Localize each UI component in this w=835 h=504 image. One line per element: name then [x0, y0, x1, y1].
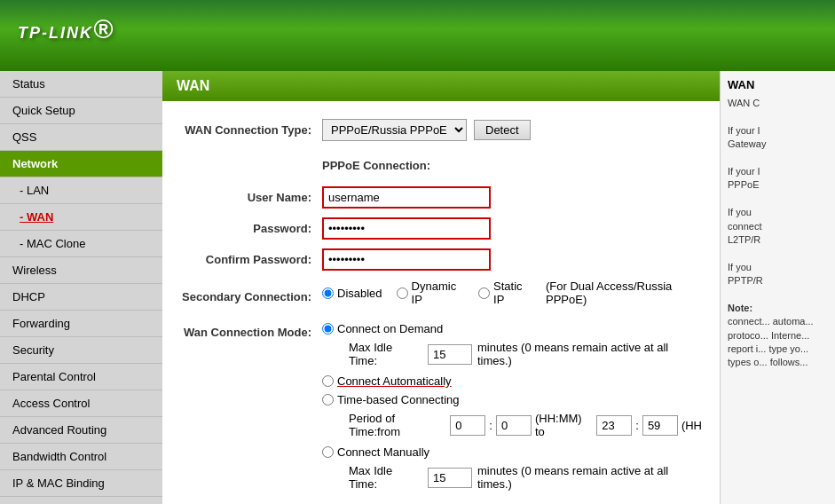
- confirm-password-input[interactable]: [322, 248, 491, 271]
- secondary-dynamic-ip-label: Dynamic IP: [412, 280, 464, 306]
- username-input[interactable]: [322, 186, 491, 209]
- secondary-dynamic-ip-option: Dynamic IP: [397, 280, 464, 306]
- sidebar-item-status[interactable]: Status: [0, 71, 162, 98]
- main-content: WAN WAN Connection Type: PPPoE/Russia PP…: [162, 71, 720, 504]
- secondary-disabled-radio[interactable]: [322, 287, 334, 299]
- sidebar-item-access-control[interactable]: Access Control: [0, 390, 162, 417]
- sidebar-item-wireless[interactable]: Wireless: [0, 257, 162, 284]
- period-from-m-input[interactable]: [496, 415, 532, 436]
- sidebar-item-network[interactable]: Network: [0, 151, 162, 177]
- confirm-password-row: Confirm Password:: [180, 248, 702, 271]
- time-based-row: Time-based Connecting: [322, 393, 702, 406]
- secondary-static-ip-label: Static IP: [493, 280, 532, 306]
- wan-connection-type-select[interactable]: PPPoE/Russia PPPoE: [322, 119, 467, 141]
- confirm-password-label: Confirm Password:: [180, 253, 322, 266]
- max-idle-label-1: Max Idle Time:: [349, 341, 422, 367]
- period-to-m-input[interactable]: [642, 415, 678, 436]
- password-label: Password:: [180, 222, 322, 235]
- password-input[interactable]: [322, 217, 491, 240]
- sidebar-item-bandwidth-control[interactable]: Bandwidth Control: [0, 444, 162, 470]
- connect-manually-radio[interactable]: [322, 446, 334, 458]
- connect-auto-radio[interactable]: [322, 375, 334, 387]
- secondary-dynamic-ip-radio[interactable]: [397, 287, 408, 299]
- confirm-password-value: [322, 248, 491, 271]
- logo-text: TP-LINK: [18, 24, 93, 42]
- secondary-static-ip-radio[interactable]: [478, 287, 490, 299]
- secondary-connection-options: Disabled Dynamic IP Static IP (For Dual …: [322, 280, 702, 306]
- content-wrapper: WAN WAN Connection Type: PPPoE/Russia PP…: [162, 71, 835, 504]
- content-body: WAN Connection Type: PPPoE/Russia PPPoE …: [162, 110, 720, 504]
- password-value: [322, 217, 491, 240]
- sidebar-item-lan[interactable]: - LAN: [0, 177, 162, 204]
- period-label: Period of Time:from: [349, 412, 446, 438]
- secondary-disabled-option: Disabled: [322, 287, 382, 300]
- username-value: [322, 186, 491, 209]
- max-idle-label-2: Max Idle Time:: [349, 464, 422, 491]
- max-idle-row-2: Max Idle Time: minutes (0 means remain a…: [349, 464, 702, 491]
- period-to-suffix: (HH: [681, 419, 702, 432]
- connect-manually-label: Connect Manually: [337, 445, 429, 459]
- sidebar-item-forwarding[interactable]: Forwarding: [0, 311, 162, 337]
- secondary-note: (For Dual Access/Russia PPPoE): [546, 280, 702, 306]
- wan-connection-type-value: PPPoE/Russia PPPoE Detect: [322, 119, 531, 141]
- wan-connection-mode-options: Connect on Demand Max Idle Time: minutes…: [322, 322, 702, 498]
- time-based-label: Time-based Connecting: [337, 393, 460, 406]
- period-hhmm: (HH:MM) to: [535, 412, 593, 438]
- colon-2: :: [635, 419, 639, 432]
- connect-on-demand-label: Connect on Demand: [337, 322, 443, 335]
- username-label: User Name:: [180, 191, 322, 204]
- username-row: User Name:: [180, 186, 702, 209]
- sidebar-item-qss[interactable]: QSS: [0, 124, 162, 151]
- help-title: WAN: [728, 78, 828, 91]
- password-row: Password:: [180, 217, 702, 240]
- detect-button[interactable]: Detect: [474, 120, 531, 140]
- sidebar-item-advanced-routing[interactable]: Advanced Routing: [0, 417, 162, 444]
- help-text: WAN C If your I Gateway If your I PPPoE …: [728, 97, 828, 370]
- secondary-static-ip-option: Static IP: [478, 280, 532, 306]
- connect-auto-row: Connect Automatically: [322, 374, 702, 388]
- connect-manually-row: Connect Manually: [322, 445, 702, 459]
- header: TP-LINK®: [0, 0, 835, 71]
- pppoe-section-title: PPPoE Connection:: [322, 159, 430, 172]
- connect-on-demand-radio[interactable]: [322, 323, 334, 335]
- sidebar-item-parental-control[interactable]: Parental Control: [0, 364, 162, 390]
- max-idle-note-1: minutes (0 means remain active at all ti…: [477, 341, 702, 367]
- time-based-radio[interactable]: [322, 394, 334, 406]
- connect-auto-label: Connect Automatically: [337, 374, 452, 388]
- wan-connection-mode-label: Wan Connection Mode:: [180, 322, 322, 339]
- wan-connection-mode-row: Wan Connection Mode: Connect on Demand M…: [180, 322, 702, 498]
- secondary-connection-label: Secondary Connection:: [180, 290, 322, 303]
- max-idle-note-2: minutes (0 means remain active at all ti…: [477, 464, 702, 491]
- logo: TP-LINK®: [18, 14, 114, 58]
- max-idle-input-1[interactable]: [428, 344, 472, 365]
- sidebar-item-security[interactable]: Security: [0, 337, 162, 364]
- sidebar-item-wan[interactable]: - WAN: [0, 204, 162, 231]
- colon-1: :: [489, 419, 492, 432]
- secondary-disabled-label: Disabled: [337, 287, 382, 300]
- max-idle-row-1: Max Idle Time: minutes (0 means remain a…: [349, 341, 702, 367]
- sidebar-item-ip-mac-binding[interactable]: IP & MAC Binding: [0, 470, 162, 497]
- sidebar-item-dynamic-dns[interactable]: Dynamic DNS: [0, 497, 162, 504]
- period-from-h-input[interactable]: [450, 415, 485, 436]
- logo-superscript: ®: [93, 14, 114, 43]
- wan-connection-type-row: WAN Connection Type: PPPoE/Russia PPPoE …: [180, 119, 702, 141]
- connect-on-demand-row: Connect on Demand: [322, 322, 702, 335]
- period-to-h-input[interactable]: [596, 415, 632, 436]
- sidebar-item-mac-clone[interactable]: - MAC Clone: [0, 231, 162, 257]
- secondary-connection-row: Secondary Connection: Disabled Dynamic I…: [180, 280, 702, 313]
- pppoe-section-row: PPPoE Connection:: [180, 150, 702, 177]
- sidebar-item-dhcp[interactable]: DHCP: [0, 284, 162, 311]
- wan-connection-type-label: WAN Connection Type:: [180, 123, 322, 137]
- period-row: Period of Time:from : (HH:MM) to : (HH: [349, 412, 702, 438]
- max-idle-input-2[interactable]: [428, 468, 472, 488]
- main-layout: Status Quick Setup QSS Network - LAN - W…: [0, 71, 835, 504]
- page-title: WAN: [162, 71, 720, 101]
- help-panel: WAN WAN C If your I Gateway If your I PP…: [720, 71, 835, 504]
- sidebar-item-quick-setup[interactable]: Quick Setup: [0, 98, 162, 124]
- sidebar: Status Quick Setup QSS Network - LAN - W…: [0, 71, 162, 504]
